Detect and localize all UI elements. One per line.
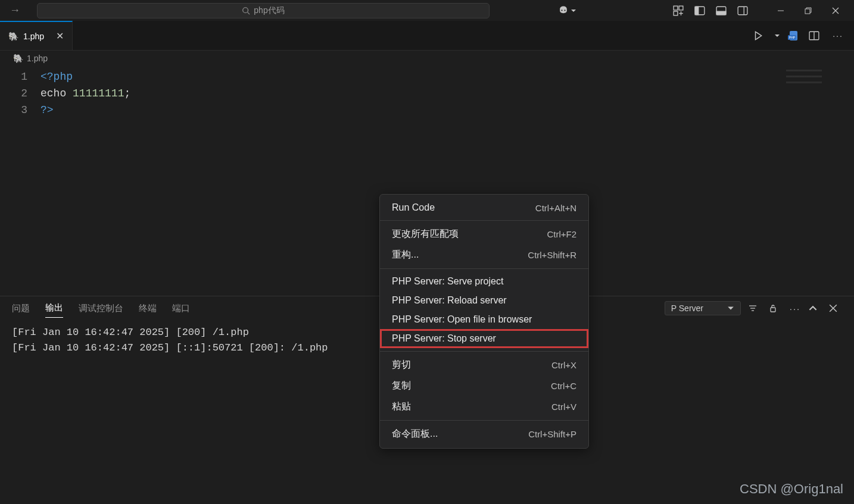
editor-line: 2 echo 11111111;: [0, 85, 854, 102]
run-icon[interactable]: [753, 30, 768, 41]
svg-rect-25: [771, 308, 775, 312]
php-badge-icon[interactable]: PHP: [787, 30, 803, 41]
menu-item-label: 粘贴: [392, 400, 411, 413]
menu-item[interactable]: 剪切Ctrl+X: [380, 355, 588, 375]
menu-item[interactable]: 重构...Ctrl+Shift+R: [380, 245, 588, 265]
menu-item-label: 重构...: [392, 249, 419, 261]
menu-item-shortcut: Ctrl+Shift+R: [528, 250, 576, 260]
token-php-close: ?>: [40, 104, 54, 116]
code-editor[interactable]: 1 <?php 2 echo 11111111; 3 ?>: [0, 66, 854, 118]
menu-item-label: 剪切: [392, 359, 411, 371]
menu-item[interactable]: Run CodeCtrl+Alt+N: [380, 198, 588, 217]
tab-1-php[interactable]: 🐘 1.php ✕: [0, 21, 73, 50]
editor-line: 1 <?php: [0, 68, 854, 85]
menu-item-shortcut: Ctrl+V: [551, 402, 576, 412]
panel-tab-terminal[interactable]: 终端: [139, 299, 157, 318]
titlebar-right: [557, 2, 849, 20]
menu-item-shortcut: Ctrl+C: [551, 381, 576, 391]
svg-text:PHP: PHP: [789, 36, 796, 39]
menu-item[interactable]: 命令面板...Ctrl+Shift+P: [380, 424, 588, 444]
menu-separator: [380, 420, 588, 421]
token-number: 11111111: [73, 87, 124, 99]
editor-actions: PHP ···: [753, 21, 854, 50]
menu-item[interactable]: PHP Server: Stop server: [380, 329, 588, 348]
line-number: 2: [0, 87, 40, 99]
collapse-panel-icon[interactable]: [809, 304, 822, 312]
window-minimize-icon[interactable]: [767, 2, 794, 20]
token-echo: echo: [40, 87, 66, 99]
context-menu: Run CodeCtrl+Alt+N更改所有匹配项Ctrl+F2重构...Ctr…: [379, 194, 589, 449]
titlebar: → php代码: [0, 0, 854, 21]
run-dropdown-icon[interactable]: [774, 33, 781, 39]
menu-item[interactable]: 更改所有匹配项Ctrl+F2: [380, 224, 588, 245]
menu-item-label: 复制: [392, 380, 411, 392]
filter-icon[interactable]: [748, 303, 761, 313]
minimap[interactable]: [783, 66, 854, 108]
svg-rect-14: [805, 9, 810, 14]
token-semi: ;: [124, 87, 130, 99]
menu-item[interactable]: 粘贴Ctrl+V: [380, 396, 588, 417]
svg-line-1: [248, 12, 250, 14]
svg-rect-11: [738, 7, 747, 15]
menu-separator: [380, 268, 588, 269]
search-icon: [242, 7, 250, 15]
output-channel-dropdown[interactable]: P Server: [665, 301, 741, 315]
tab-close-icon[interactable]: ✕: [56, 30, 64, 42]
menu-item[interactable]: PHP Server: Serve project: [380, 272, 588, 291]
search-text: php代码: [254, 5, 284, 16]
menu-item-label: PHP Server: Serve project: [392, 276, 503, 287]
menu-item-shortcut: Ctrl+F2: [547, 229, 576, 239]
php-file-icon: 🐘: [8, 32, 18, 41]
svg-rect-2: [674, 6, 678, 10]
token-php-open: <?php: [40, 71, 73, 83]
panel-tab-problems[interactable]: 问题: [12, 299, 30, 318]
menu-item-shortcut: Ctrl+Alt+N: [535, 203, 576, 213]
layout-customize-icon[interactable]: [669, 2, 687, 20]
menu-item-label: PHP Server: Stop server: [392, 333, 496, 344]
panel-tab-debug-console[interactable]: 调试控制台: [79, 299, 123, 318]
more-icon[interactable]: ···: [788, 303, 802, 314]
menu-item-label: Run Code: [392, 202, 435, 213]
menu-item-label: 命令面板...: [392, 428, 438, 440]
copilot-icon[interactable]: [557, 5, 576, 17]
menu-item[interactable]: 复制Ctrl+C: [380, 375, 588, 396]
panel-tab-output[interactable]: 输出: [45, 299, 63, 318]
menu-item-shortcut: Ctrl+Shift+P: [528, 429, 576, 439]
close-panel-icon[interactable]: [829, 304, 842, 312]
toggle-panel-icon[interactable]: [712, 2, 730, 20]
menu-item-label: 更改所有匹配项: [392, 228, 459, 240]
menu-separator: [380, 220, 588, 221]
window-maximize-icon[interactable]: [794, 2, 822, 20]
toggle-primary-sidebar-icon[interactable]: [691, 2, 709, 20]
line-number: 3: [0, 104, 40, 116]
menu-item-shortcut: Ctrl+X: [551, 360, 576, 370]
php-file-icon: 🐘: [13, 54, 23, 63]
breadcrumb-label: 1.php: [27, 54, 48, 63]
tab-label: 1.php: [23, 32, 44, 41]
command-center-search[interactable]: php代码: [37, 3, 490, 18]
menu-item[interactable]: PHP Server: Reload server: [380, 291, 588, 310]
menu-item-label: PHP Server: Reload server: [392, 295, 507, 306]
chevron-down-icon: [727, 305, 734, 312]
toggle-secondary-sidebar-icon[interactable]: [734, 2, 752, 20]
nav-forward-icon[interactable]: →: [5, 2, 25, 19]
window-close-icon[interactable]: [822, 2, 849, 20]
menu-item[interactable]: PHP Server: Open file in browser: [380, 310, 588, 329]
watermark: CSDN @Orig1nal: [740, 481, 843, 497]
line-number: 1: [0, 71, 40, 83]
breadcrumb[interactable]: 🐘 1.php: [0, 51, 854, 66]
menu-separator: [380, 351, 588, 352]
editor-line: 3 ?>: [0, 102, 854, 118]
svg-rect-3: [679, 6, 683, 10]
svg-rect-4: [674, 11, 678, 15]
svg-point-0: [243, 7, 248, 12]
svg-rect-8: [695, 7, 699, 15]
editor-tabs: 🐘 1.php ✕ PHP ···: [0, 21, 854, 51]
lock-scroll-icon[interactable]: [768, 303, 781, 313]
menu-item-label: PHP Server: Open file in browser: [392, 314, 532, 325]
more-actions-icon[interactable]: ···: [830, 31, 846, 40]
split-editor-icon[interactable]: [809, 30, 824, 41]
panel-tab-ports[interactable]: 端口: [172, 299, 190, 318]
dropdown-label: P Server: [671, 303, 703, 313]
svg-rect-10: [716, 11, 726, 15]
